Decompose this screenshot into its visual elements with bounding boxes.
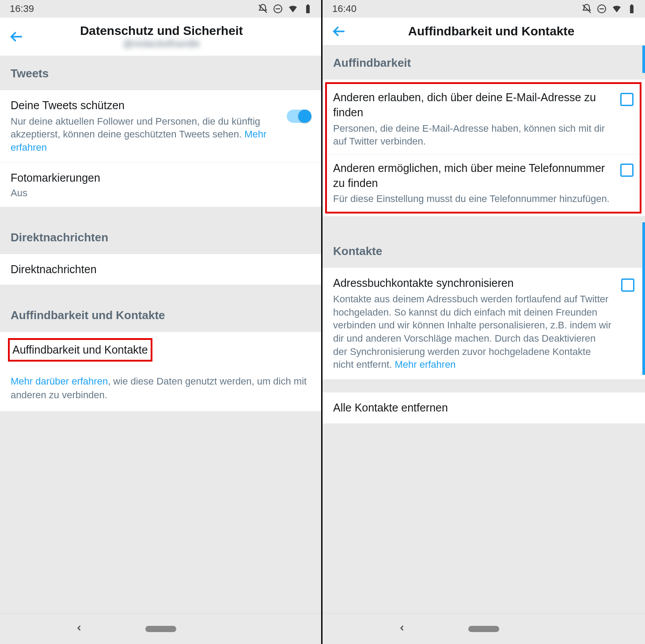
nav-home-pill[interactable] — [468, 626, 499, 632]
item-discover-highlight: Auffindbarkeit und Kontakte — [8, 338, 152, 362]
footer-info: Mehr darüber erfahren, wie diese Daten g… — [0, 366, 321, 411]
phone-left: 16:39 Datenschutz und Sicherheit @redact… — [0, 0, 322, 644]
status-icons — [581, 4, 637, 14]
navbar — [322, 613, 645, 644]
dnd-icon — [273, 4, 283, 14]
appbar-title: Datenschutz und Sicherheit — [11, 24, 312, 38]
find-by-email-checkbox[interactable] — [620, 93, 634, 106]
wifi-icon — [288, 4, 298, 14]
bell-off-icon — [258, 4, 268, 14]
appbar: Datenschutz und Sicherheit @redactedhand… — [0, 18, 321, 56]
item-remove-all-contacts[interactable]: Alle Kontakte entfernen — [322, 392, 645, 423]
protect-tweets-toggle[interactable] — [287, 110, 311, 123]
svg-rect-10 — [631, 4, 633, 5]
find-by-email-desc: Personen, die deine E-Mail-Adresse haben… — [333, 122, 611, 148]
content: Auffindbarkeit Anderen erlauben, dich üb… — [322, 46, 645, 613]
phototag-title: Fotomarkierungen — [11, 171, 311, 186]
nav-back-icon[interactable] — [75, 624, 83, 634]
status-time: 16:40 — [332, 3, 357, 15]
statusbar: 16:40 — [322, 0, 645, 18]
appbar-title: Auffindbarkeit und Kontakte — [346, 24, 636, 38]
section-header-discover: Auffindbarkeit und Kontakte — [0, 298, 321, 332]
content: Tweets Deine Tweets schützen Nur deine a… — [0, 56, 321, 613]
item-dm[interactable]: Direktnachrichten — [0, 254, 321, 285]
item-discover[interactable]: Auffindbarkeit und Kontakte — [12, 343, 148, 356]
find-by-phone-checkbox[interactable] — [620, 164, 634, 177]
footer-link[interactable]: Mehr darüber erfahren — [11, 376, 108, 387]
wifi-icon — [611, 4, 622, 14]
protect-tweets-desc-text: Nur deine aktuellen Follower und Persone… — [11, 116, 260, 140]
status-time: 16:39 — [10, 3, 34, 15]
section-header-dm: Direktnachrichten — [0, 220, 321, 254]
phototag-value: Aus — [11, 187, 311, 199]
protect-tweets-title: Deine Tweets schützen — [11, 98, 278, 113]
item-find-by-phone[interactable]: Anderen ermöglichen, mich über meine Tel… — [327, 155, 640, 212]
protect-tweets-desc: Nur deine aktuellen Follower und Persone… — [11, 115, 278, 154]
bell-off-icon — [581, 4, 592, 14]
section-header-discoverability: Auffindbarkeit — [322, 46, 645, 80]
dm-title: Direktnachrichten — [11, 262, 311, 277]
statusbar: 16:39 — [0, 0, 321, 18]
back-button[interactable] — [331, 24, 346, 39]
sync-contacts-desc: Kontakte aus deinem Adressbuch werden fo… — [333, 293, 612, 371]
item-protect-tweets[interactable]: Deine Tweets schützen Nur deine aktuelle… — [0, 90, 321, 163]
status-icons — [258, 4, 313, 14]
appbar: Auffindbarkeit und Kontakte — [322, 18, 645, 46]
scroll-indicator[interactable] — [642, 222, 645, 375]
find-by-email-title: Anderen erlauben, dich über deine E-Mail… — [333, 90, 611, 120]
section-header-contacts: Kontakte — [322, 234, 645, 268]
phone-right: 16:40 Auffindbarkeit und Kontakte Auffin… — [322, 0, 645, 644]
svg-rect-9 — [630, 5, 634, 13]
remove-all-contacts-label: Alle Kontakte entfernen — [333, 400, 634, 415]
svg-rect-4 — [307, 4, 309, 5]
scroll-indicator[interactable] — [642, 46, 645, 73]
battery-icon — [626, 4, 637, 14]
highlight-discover-options: Anderen erlauben, dich über deine E-Mail… — [325, 82, 641, 213]
item-sync-contacts[interactable]: Adressbuchkontakte synchronisieren Konta… — [322, 268, 645, 379]
navbar — [0, 613, 321, 644]
find-by-phone-desc: Für diese Einstellung musst du eine Tele… — [333, 192, 611, 206]
dnd-icon — [596, 4, 607, 14]
appbar-subtitle: @redactedhandle — [11, 38, 312, 50]
item-phototag[interactable]: Fotomarkierungen Aus — [0, 163, 321, 207]
find-by-phone-title: Anderen ermöglichen, mich über meine Tel… — [333, 161, 611, 191]
sync-contacts-title: Adressbuchkontakte synchronisieren — [333, 276, 612, 291]
sync-contacts-desc-text: Kontakte aus deinem Adressbuch werden fo… — [333, 293, 611, 370]
sync-contacts-checkbox[interactable] — [621, 278, 634, 292]
nav-home-pill[interactable] — [145, 626, 176, 632]
nav-back-icon[interactable] — [398, 624, 406, 634]
sync-contacts-link[interactable]: Mehr erfahren — [395, 359, 455, 370]
battery-icon — [303, 4, 313, 14]
item-find-by-email[interactable]: Anderen erlauben, dich über deine E-Mail… — [327, 84, 640, 155]
svg-rect-3 — [306, 5, 310, 13]
section-header-tweets: Tweets — [0, 56, 321, 90]
